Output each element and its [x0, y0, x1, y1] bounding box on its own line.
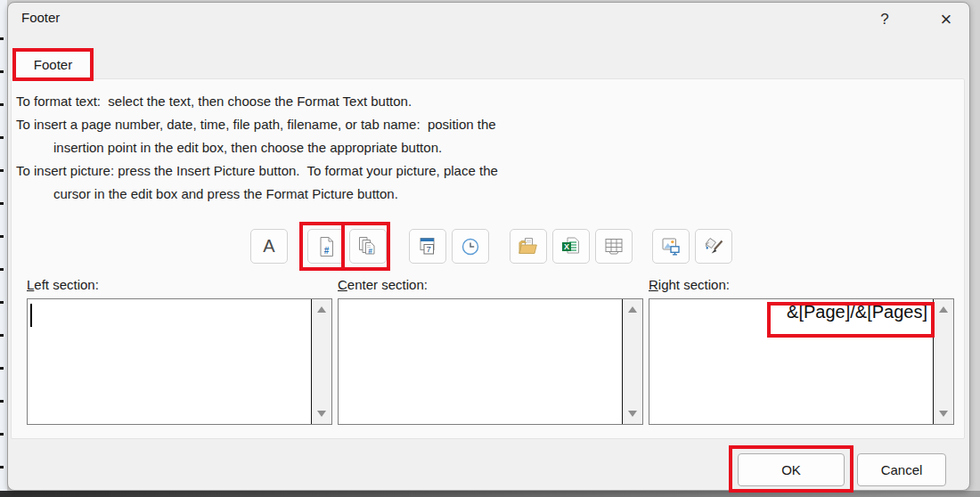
- svg-text:X: X: [564, 241, 569, 250]
- right-section-value: &[Page]/&[Pages]: [787, 302, 927, 322]
- scroll-down-icon[interactable]: [628, 411, 637, 417]
- instruction-line: To format text: select the text, then ch…: [16, 90, 498, 113]
- insert-file-path-button[interactable]: [510, 229, 547, 264]
- page-number-icon: #: [315, 235, 338, 258]
- center-section-label-rest: enter section:: [347, 277, 428, 292]
- insert-date-button[interactable]: 7: [409, 229, 446, 264]
- right-section-input[interactable]: &[Page]/&[Pages]: [649, 298, 954, 425]
- dialog-title: Footer: [21, 10, 60, 25]
- format-picture-button[interactable]: [695, 229, 732, 264]
- worksheet-edge: [0, 0, 7, 492]
- insert-time-button[interactable]: [452, 229, 489, 264]
- file-name-icon: X: [559, 235, 583, 258]
- left-section-label: Left section:: [27, 277, 99, 292]
- help-icon[interactable]: ?: [873, 7, 896, 32]
- scroll-down-icon[interactable]: [317, 411, 326, 417]
- cancel-button[interactable]: Cancel: [857, 453, 946, 486]
- svg-text:7: 7: [427, 244, 431, 254]
- scroll-up-icon[interactable]: [317, 306, 326, 313]
- scroll-down-icon[interactable]: [939, 411, 948, 417]
- instruction-line: To insert picture: press the Insert Pict…: [16, 159, 498, 183]
- center-section-input[interactable]: [338, 298, 643, 425]
- window-bottom-edge: [0, 491, 980, 497]
- instructions-text: To format text: select the text, then ch…: [16, 90, 498, 206]
- format-picture-icon: [702, 235, 725, 258]
- svg-text:#: #: [323, 246, 329, 256]
- close-icon[interactable]: ×: [935, 7, 958, 32]
- date-icon: 7: [416, 235, 439, 258]
- format-text-button[interactable]: A: [250, 229, 288, 264]
- right-section-label: Right section:: [649, 277, 730, 292]
- instruction-line: To insert a page number, date, time, fil…: [16, 113, 498, 136]
- center-section-scrollbar[interactable]: [622, 299, 642, 424]
- left-section-scrollbar[interactable]: [311, 299, 331, 424]
- center-section-accel: C: [338, 277, 347, 292]
- instruction-line: insertion point in the edit box, then ch…: [16, 136, 498, 159]
- screenshot-page: Footer ? × Footer To format text: select…: [0, 0, 980, 497]
- right-section-accel: R: [649, 277, 658, 292]
- insert-picture-button[interactable]: [652, 229, 690, 264]
- right-section-scrollbar[interactable]: [933, 299, 953, 424]
- center-section-label: Center section:: [338, 277, 428, 292]
- file-path-icon: [517, 235, 540, 258]
- format-text-icon: A: [263, 236, 274, 257]
- scroll-up-icon[interactable]: [628, 306, 637, 313]
- insert-page-number-button[interactable]: #: [307, 229, 345, 264]
- insert-sheet-name-button[interactable]: [595, 229, 633, 264]
- instruction-line: cursor in the edit box and press the For…: [16, 183, 498, 206]
- left-section-input[interactable]: [27, 298, 332, 425]
- number-of-pages-icon: #: [356, 235, 380, 258]
- right-section-label-rest: ight section:: [658, 277, 730, 292]
- text-cursor: [30, 304, 32, 327]
- left-section-label-rest: eft section:: [34, 277, 99, 292]
- time-icon: [459, 235, 482, 258]
- insert-number-of-pages-button[interactable]: #: [349, 229, 387, 264]
- svg-text:#: #: [368, 246, 372, 255]
- row-gridline-ticks: [0, 7, 4, 497]
- scroll-up-icon[interactable]: [939, 306, 948, 313]
- insert-picture-icon: [659, 235, 682, 258]
- tab-footer[interactable]: Footer: [12, 48, 94, 81]
- tab-footer-label: Footer: [34, 57, 72, 72]
- sheet-name-icon: [602, 235, 625, 258]
- insert-file-name-button[interactable]: X: [552, 229, 590, 264]
- ok-button[interactable]: OK: [738, 453, 845, 486]
